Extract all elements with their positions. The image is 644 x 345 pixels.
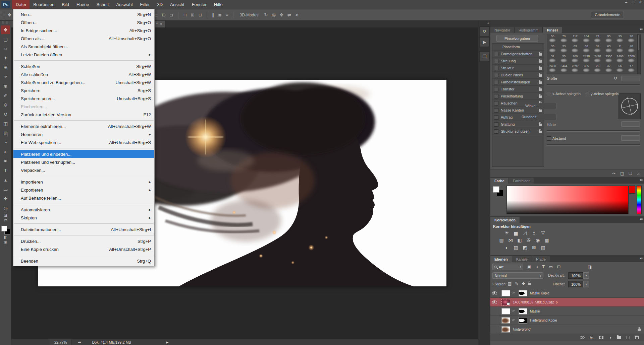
brush-preset[interactable]: 11 [614, 44, 626, 54]
gradient-tool[interactable]: ▧ [1, 129, 10, 137]
menu-item[interactable]: Platzieren und einbetten... [13, 150, 154, 158]
brush-option-row[interactable]: Nasse Kanten [492, 107, 544, 114]
tab-pinsel[interactable]: Pinsel [543, 27, 562, 33]
layer-visibility-cell[interactable] [490, 289, 499, 297]
hardness-slider[interactable] [547, 130, 640, 132]
new-adjustment-layer-icon[interactable]: ◑ [609, 335, 611, 340]
lock-icon[interactable] [539, 94, 542, 98]
lock-icon[interactable] [539, 129, 542, 134]
lock-move-icon[interactable]: ✥ [522, 281, 525, 286]
brush-option-row[interactable]: Farbeinstellungen [492, 79, 544, 86]
align-bottom-edges-icon[interactable]: ⊔ [197, 12, 204, 18]
reset-size-icon[interactable]: ↺ [614, 76, 618, 81]
menu-item[interactable]: Für Web speichern...Alt+Umschalt+Strg+S [13, 138, 154, 146]
tab-pfade[interactable]: Pfade [532, 256, 550, 262]
spacing-checkbox[interactable] [547, 136, 551, 141]
dodge-tool[interactable]: ◐ [1, 147, 10, 156]
brush-option-row[interactable]: Dualer Pinsel [492, 72, 544, 79]
menu-item[interactable]: Öffnen als...Alt+Umschalt+Strg+O [13, 34, 154, 43]
option-checkbox[interactable] [494, 115, 498, 120]
distribute-vertical-icon[interactable]: ≣ [216, 12, 224, 18]
brush-tip-grid[interactable]: 5570112134749595903633636639631148325510… [547, 34, 637, 74]
delete-layer-icon[interactable] [635, 336, 639, 339]
menu-item[interactable]: BeendenStrg+Q [13, 257, 154, 265]
menu-item[interactable]: Als Smartobjekt öffnen... [13, 43, 154, 51]
menu-item[interactable]: In Bridge suchen...Alt+Strg+O [13, 26, 154, 34]
option-checkbox[interactable] [494, 129, 498, 134]
tab-kanäle[interactable]: Kanäle [512, 256, 532, 262]
menu-item[interactable]: Alle schließenAlt+Strg+W [13, 70, 154, 78]
brush-preset[interactable]: 95 [603, 34, 615, 44]
share-icon[interactable]: ➜ [78, 340, 81, 345]
brush-preset[interactable]: 17 [626, 64, 637, 74]
brush-preset[interactable]: 134 [581, 34, 592, 44]
blur-tool[interactable]: ◔ [1, 138, 10, 147]
layer-visibility-cell[interactable] [490, 316, 499, 325]
color-balance-icon[interactable]: ⋈ [507, 237, 514, 243]
fill-dropdown-arrow[interactable]: ▾ [583, 281, 589, 287]
healing-brush-tool[interactable]: ⊕ [1, 82, 10, 90]
new-group-icon[interactable] [617, 336, 621, 339]
screen-mode-icon[interactable]: ▣ [1, 240, 10, 245]
brush-preset[interactable]: 23 [592, 64, 603, 74]
lock-icon[interactable] [539, 52, 542, 56]
distribute-horizontal-icon[interactable]: ∥ [210, 12, 216, 18]
layer-thumbnail[interactable] [501, 308, 510, 315]
brightness-contrast-icon[interactable]: ☀ [504, 230, 510, 235]
history-panel-icon[interactable]: ↺ [479, 26, 490, 36]
menubar-item-fenster[interactable]: Fenster [188, 0, 210, 9]
layer-thumbnail[interactable] [501, 326, 510, 333]
minimize-button[interactable]: – [625, 0, 627, 4]
panel-menu-icon[interactable]: ▾≡ [640, 178, 642, 182]
foreground-background-swatches[interactable] [1, 226, 10, 234]
menu-item[interactable]: Dateiinformationen...Alt+Umschalt+Strg+I [13, 225, 154, 233]
lock-icon[interactable] [539, 66, 542, 70]
layer-filter-toggle-icon[interactable]: ◨ [588, 264, 592, 269]
3d-panel-icon[interactable]: ❒ [479, 52, 490, 61]
posterize-icon[interactable]: ▨ [513, 245, 519, 250]
menu-item[interactable]: Automatisieren▶ [13, 206, 154, 214]
create-new-brush-icon[interactable]: ❏ [629, 171, 632, 176]
distribute-spacing-icon[interactable]: ≡ [224, 12, 230, 18]
menu-item[interactable]: Einchecken... [13, 102, 154, 111]
menu-item[interactable]: Verpacken... [13, 166, 154, 174]
opacity-dropdown-arrow[interactable]: ▾ [583, 272, 589, 279]
foreground-color-swatch[interactable] [493, 186, 499, 193]
size-value-box[interactable] [621, 76, 640, 81]
scrollbar-thumb[interactable] [638, 35, 639, 50]
option-checkbox[interactable] [494, 80, 498, 84]
3d-camera-icon[interactable]: ⊲ [293, 12, 301, 18]
menu-item[interactable]: Elemente extrahieren...Alt+Umschalt+Strg… [13, 122, 154, 130]
brush-preset[interactable]: 100 [570, 54, 581, 64]
brush-shape-row[interactable]: Pinselform [492, 44, 544, 51]
photo-filter-icon[interactable]: ✇ [526, 237, 532, 243]
align-right-edges-icon[interactable]: ⊐ [168, 12, 175, 18]
menu-item[interactable]: Drucken...Strg+P [13, 237, 154, 245]
layer-thumbnail[interactable] [501, 290, 510, 296]
menu-item[interactable]: SpeichernStrg+S [13, 86, 154, 94]
brush-preset[interactable]: 90 [626, 34, 637, 44]
option-checkbox[interactable] [494, 59, 498, 63]
blend-mode-select[interactable]: Normal ↕ [492, 272, 543, 279]
brush-preset[interactable]: 2292 [570, 64, 581, 74]
3d-rotate-icon[interactable]: ↻ [262, 12, 270, 18]
layer-visibility-cell[interactable] [490, 298, 499, 306]
brush-option-row[interactable]: Glättung [492, 121, 544, 128]
smart-object-thumbnail[interactable] [501, 299, 510, 305]
brush-preset[interactable]: 39 [592, 44, 603, 54]
menu-item[interactable]: Auf Behance teilen... [13, 194, 154, 202]
menubar-item-datei[interactable]: Datei [12, 0, 30, 9]
menu-item[interactable]: Eine Kopie druckenAlt+Umschalt+Strg+P [13, 245, 154, 253]
layer-mask-thumbnail[interactable] [519, 308, 527, 315]
layer-visibility-cell[interactable] [490, 307, 499, 316]
pen-tool[interactable]: ✒ [1, 157, 10, 165]
exposure-icon[interactable]: ± [531, 230, 537, 235]
brush-preset[interactable]: 56 [614, 64, 626, 74]
filter-shape-layers-icon[interactable]: ▭ [549, 264, 553, 269]
layer-filter-select[interactable]: Art ↕ [492, 264, 523, 270]
brush-presets-button[interactable]: Pinselvorgaben [496, 35, 538, 42]
gradient-map-icon[interactable]: ▧ [540, 245, 546, 250]
hue-saturation-icon[interactable]: ▤ [498, 237, 504, 243]
spacing-value-box[interactable] [621, 135, 640, 141]
menu-item[interactable]: Exportieren▶ [13, 186, 154, 194]
